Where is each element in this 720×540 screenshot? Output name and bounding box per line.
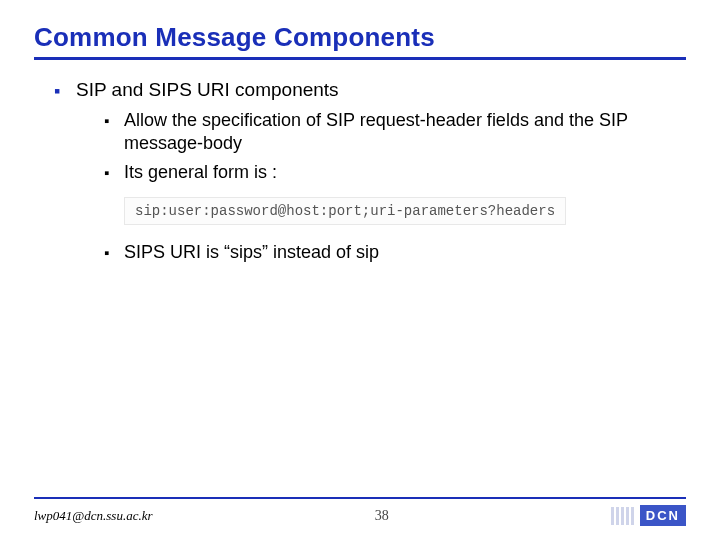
logo-text: DCN bbox=[640, 505, 686, 526]
page-number: 38 bbox=[375, 508, 389, 524]
title-underline bbox=[34, 57, 686, 60]
bullet-text: SIP and SIPS URI components bbox=[76, 79, 339, 100]
bullet-subitem: Allow the specification of SIP request-h… bbox=[104, 109, 686, 156]
bullet-text: Its general form is : bbox=[124, 162, 277, 182]
bullet-text: Allow the specification of SIP request-h… bbox=[124, 110, 628, 153]
logo-bars-icon bbox=[611, 507, 634, 525]
bullet-list-level1: SIP and SIPS URI components Allow the sp… bbox=[34, 78, 686, 264]
bullet-list-level2: SIPS URI is “sips” instead of sip bbox=[76, 241, 686, 264]
bullet-list-level2: Allow the specification of SIP request-h… bbox=[76, 109, 686, 185]
slide-title: Common Message Components bbox=[34, 22, 686, 53]
bullet-text: SIPS URI is “sips” instead of sip bbox=[124, 242, 379, 262]
slide-body: SIP and SIPS URI components Allow the sp… bbox=[34, 78, 686, 264]
slide-footer: lwp041@dcn.ssu.ac.kr 38 DCN bbox=[0, 497, 720, 526]
bullet-subitem: SIPS URI is “sips” instead of sip bbox=[104, 241, 686, 264]
code-example: sip:user:password@host:port;uri-paramete… bbox=[124, 197, 566, 225]
bullet-subitem: Its general form is : bbox=[104, 161, 686, 184]
footer-row: lwp041@dcn.ssu.ac.kr 38 DCN bbox=[34, 505, 686, 526]
footer-rule bbox=[34, 497, 686, 499]
bullet-item: SIP and SIPS URI components Allow the sp… bbox=[54, 78, 686, 264]
footer-email: lwp041@dcn.ssu.ac.kr bbox=[34, 508, 152, 524]
slide: Common Message Components SIP and SIPS U… bbox=[0, 0, 720, 540]
footer-logo: DCN bbox=[611, 505, 686, 526]
